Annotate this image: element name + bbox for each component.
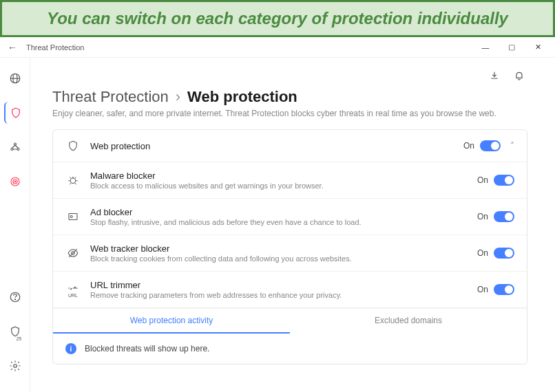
row-desc: Remove tracking parameters from web addr… [90,291,468,299]
row-title: URL trimmer [90,280,468,290]
window-title: Threat Protection [26,43,84,52]
download-button[interactable] [486,67,503,84]
close-button[interactable]: ✕ [525,39,551,56]
sidebar-item-globe[interactable] [4,67,26,89]
tracker-toggle[interactable] [494,248,514,259]
activity-area: i Blocked threats will show up here. [53,334,527,364]
url-label: URL [68,293,78,298]
svg-point-3 [14,143,16,145]
download-icon [489,70,500,81]
sidebar-item-threat-protection[interactable] [4,102,26,124]
toggle-label: On [477,285,488,294]
sidebar-bottom: 25 [4,286,26,382]
svg-point-4 [11,149,13,151]
row-title: Web tracker blocker [90,243,468,254]
row-malware-blocker: Malware blocker Block access to maliciou… [53,162,527,199]
activity-empty-text: Blocked threats will show up here. [85,344,209,353]
app-window: ← Threat Protection — ▢ ✕ [0,37,555,392]
svg-point-10 [14,299,15,300]
toggle-label: On [477,248,488,258]
titlebar: ← Threat Protection — ▢ ✕ [0,37,555,58]
sidebar-item-help[interactable] [4,286,26,308]
web-protection-toggle[interactable] [480,140,501,151]
url-toggle[interactable] [494,284,514,295]
main-content: Threat Protection › Web protection Enjoy… [30,58,555,392]
help-icon [9,291,21,303]
row-title: Ad blocker [90,207,468,217]
sidebar-item-settings[interactable] [4,355,26,377]
ad-toggle[interactable] [494,211,514,222]
row-desc: Block access to malicious websites and g… [90,182,468,190]
annotation-banner: You can switch on each category of prote… [0,0,555,37]
svg-point-11 [13,364,17,368]
row-title: Malware blocker [90,171,468,181]
breadcrumb-current: Web protection [187,88,297,106]
settings-panel: Web protection On ˄ Malware blocker Bloc… [52,129,527,364]
mesh-icon [9,141,21,153]
sidebar: 25 [0,58,30,392]
eye-off-icon [65,246,81,261]
notifications-button[interactable] [511,67,527,84]
sidebar-item-target[interactable] [4,171,26,193]
chevron-up-icon[interactable]: ˄ [510,141,514,151]
svg-point-12 [70,178,76,184]
annotation-text: You can switch on each category of prote… [47,9,508,28]
toggle-label: On [477,212,488,221]
breadcrumb-parent[interactable]: Threat Protection [52,88,169,106]
toggle-label: On [477,175,488,185]
sidebar-item-mesh[interactable] [4,136,26,158]
top-actions [52,67,527,84]
shield-outline-icon [65,138,81,153]
titlebar-left: ← Threat Protection [4,39,84,56]
malware-toggle[interactable] [494,175,514,186]
sidebar-item-security-status[interactable]: 25 [4,320,26,342]
breadcrumb: Threat Protection › Web protection [52,88,527,106]
row-tracker-blocker: Web tracker blocker Block tracking cooki… [53,235,527,272]
row-desc: Block tracking cookies from collecting d… [90,254,468,263]
shield-badge: 25 [17,336,22,341]
page-subtitle: Enjoy cleaner, safer, and more private i… [52,109,527,118]
bug-icon [65,173,81,188]
target-icon [9,175,21,188]
tab-excluded[interactable]: Excluded domains [290,309,527,334]
window-controls: — ▢ ✕ [472,39,551,56]
globe-icon [9,72,21,85]
row-url-trimmer: URL URL trimmer Remove tracking paramete… [53,272,527,308]
row-ad-blocker: Ad blocker Stop flashy, intrusive, and m… [53,199,527,235]
back-button[interactable]: ← [4,39,21,56]
svg-point-5 [17,149,19,151]
info-icon: i [65,343,76,354]
maximize-button[interactable]: ▢ [499,39,525,56]
shield-icon [10,107,22,119]
tabs: Web protection activity Excluded domains [53,308,527,334]
breadcrumb-separator: › [176,88,180,106]
minimize-button[interactable]: — [472,39,499,56]
row-web-protection: Web protection On ˄ [53,130,527,162]
row-title: Web protection [90,141,454,151]
app-body: 25 Threat Protection › Web protection [0,58,555,392]
svg-point-14 [70,216,72,218]
ad-icon [65,209,81,224]
tab-activity[interactable]: Web protection activity [53,309,290,334]
row-desc: Stop flashy, intrusive, and malicious ad… [90,218,468,226]
bell-icon [514,70,525,81]
gear-icon [9,360,21,372]
toggle-label: On [463,141,474,151]
url-icon: URL [65,282,81,297]
svg-point-8 [14,181,16,182]
